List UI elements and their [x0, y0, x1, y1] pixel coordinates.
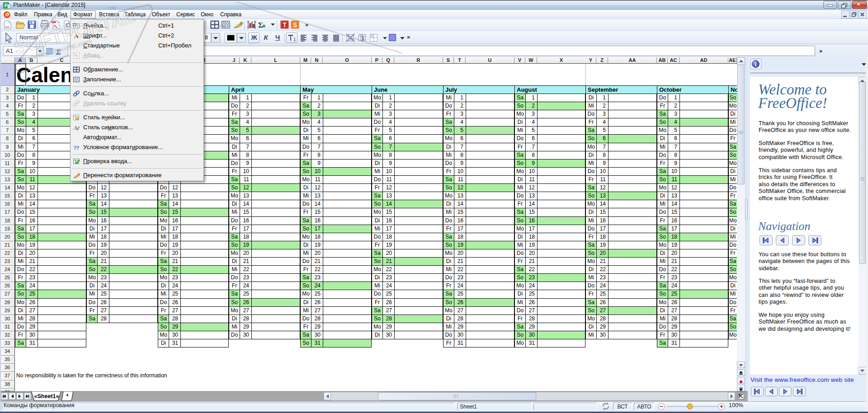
svg-text:A: A: [73, 124, 78, 131]
svg-text:«Sheet1»: «Sheet1»: [34, 393, 59, 399]
svg-text:S: S: [293, 21, 297, 28]
svg-text:»: »: [305, 21, 308, 28]
svg-text:1: 1: [293, 37, 296, 42]
svg-text:Σ: Σ: [56, 48, 61, 56]
svg-text:*: *: [66, 393, 69, 399]
svg-text:?: ?: [76, 144, 80, 151]
svg-text:A: A: [74, 33, 79, 39]
svg-text:Σ: Σ: [258, 21, 263, 29]
svg-text:T: T: [283, 21, 287, 28]
